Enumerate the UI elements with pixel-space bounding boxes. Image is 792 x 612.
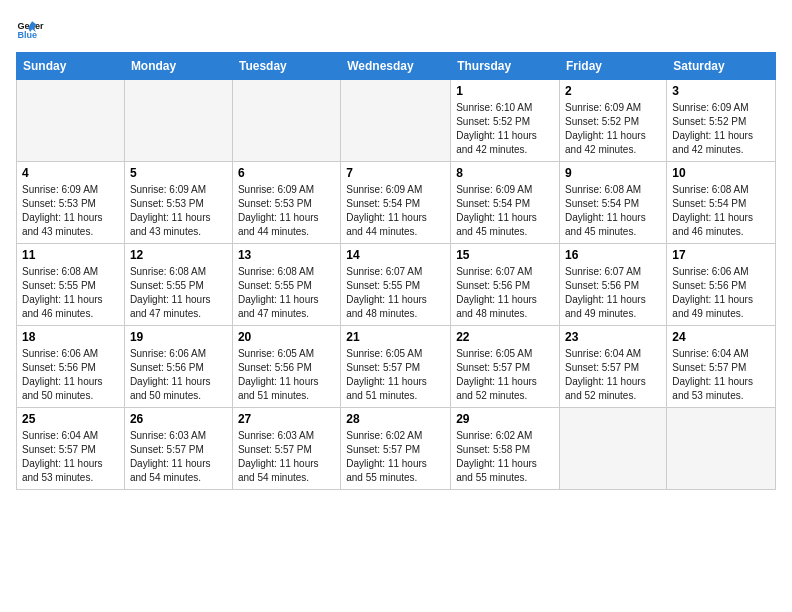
day-number: 17	[672, 248, 770, 262]
calendar-week-5: 25Sunrise: 6:04 AM Sunset: 5:57 PM Dayli…	[17, 408, 776, 490]
calendar-cell: 8Sunrise: 6:09 AM Sunset: 5:54 PM Daylig…	[451, 162, 560, 244]
calendar-cell: 1Sunrise: 6:10 AM Sunset: 5:52 PM Daylig…	[451, 80, 560, 162]
calendar-week-1: 1Sunrise: 6:10 AM Sunset: 5:52 PM Daylig…	[17, 80, 776, 162]
calendar-cell: 22Sunrise: 6:05 AM Sunset: 5:57 PM Dayli…	[451, 326, 560, 408]
calendar-cell: 23Sunrise: 6:04 AM Sunset: 5:57 PM Dayli…	[560, 326, 667, 408]
calendar-cell: 29Sunrise: 6:02 AM Sunset: 5:58 PM Dayli…	[451, 408, 560, 490]
calendar-cell: 6Sunrise: 6:09 AM Sunset: 5:53 PM Daylig…	[232, 162, 340, 244]
day-info: Sunrise: 6:06 AM Sunset: 5:56 PM Dayligh…	[22, 347, 119, 403]
calendar-cell: 11Sunrise: 6:08 AM Sunset: 5:55 PM Dayli…	[17, 244, 125, 326]
day-info: Sunrise: 6:04 AM Sunset: 5:57 PM Dayligh…	[672, 347, 770, 403]
calendar-cell	[560, 408, 667, 490]
day-number: 29	[456, 412, 554, 426]
day-info: Sunrise: 6:07 AM Sunset: 5:56 PM Dayligh…	[565, 265, 661, 321]
header-monday: Monday	[124, 53, 232, 80]
calendar-cell: 18Sunrise: 6:06 AM Sunset: 5:56 PM Dayli…	[17, 326, 125, 408]
day-number: 15	[456, 248, 554, 262]
calendar-week-2: 4Sunrise: 6:09 AM Sunset: 5:53 PM Daylig…	[17, 162, 776, 244]
day-number: 14	[346, 248, 445, 262]
calendar-cell: 20Sunrise: 6:05 AM Sunset: 5:56 PM Dayli…	[232, 326, 340, 408]
day-info: Sunrise: 6:08 AM Sunset: 5:55 PM Dayligh…	[22, 265, 119, 321]
day-info: Sunrise: 6:03 AM Sunset: 5:57 PM Dayligh…	[238, 429, 335, 485]
logo: General Blue	[16, 16, 50, 44]
day-number: 18	[22, 330, 119, 344]
calendar-cell: 17Sunrise: 6:06 AM Sunset: 5:56 PM Dayli…	[667, 244, 776, 326]
calendar-cell: 7Sunrise: 6:09 AM Sunset: 5:54 PM Daylig…	[341, 162, 451, 244]
calendar-cell: 15Sunrise: 6:07 AM Sunset: 5:56 PM Dayli…	[451, 244, 560, 326]
logo-icon: General Blue	[16, 16, 44, 44]
day-number: 23	[565, 330, 661, 344]
day-number: 27	[238, 412, 335, 426]
day-number: 10	[672, 166, 770, 180]
day-info: Sunrise: 6:07 AM Sunset: 5:55 PM Dayligh…	[346, 265, 445, 321]
day-info: Sunrise: 6:09 AM Sunset: 5:52 PM Dayligh…	[565, 101, 661, 157]
calendar-table: SundayMondayTuesdayWednesdayThursdayFrid…	[16, 52, 776, 490]
calendar-cell: 25Sunrise: 6:04 AM Sunset: 5:57 PM Dayli…	[17, 408, 125, 490]
day-number: 1	[456, 84, 554, 98]
header-saturday: Saturday	[667, 53, 776, 80]
day-number: 13	[238, 248, 335, 262]
svg-text:Blue: Blue	[17, 30, 37, 40]
day-number: 2	[565, 84, 661, 98]
day-number: 19	[130, 330, 227, 344]
header: General Blue	[16, 16, 776, 44]
day-info: Sunrise: 6:04 AM Sunset: 5:57 PM Dayligh…	[565, 347, 661, 403]
calendar-week-3: 11Sunrise: 6:08 AM Sunset: 5:55 PM Dayli…	[17, 244, 776, 326]
day-info: Sunrise: 6:02 AM Sunset: 5:57 PM Dayligh…	[346, 429, 445, 485]
day-number: 8	[456, 166, 554, 180]
day-info: Sunrise: 6:08 AM Sunset: 5:55 PM Dayligh…	[130, 265, 227, 321]
calendar-cell: 2Sunrise: 6:09 AM Sunset: 5:52 PM Daylig…	[560, 80, 667, 162]
calendar-cell	[341, 80, 451, 162]
day-info: Sunrise: 6:09 AM Sunset: 5:53 PM Dayligh…	[130, 183, 227, 239]
calendar-cell: 16Sunrise: 6:07 AM Sunset: 5:56 PM Dayli…	[560, 244, 667, 326]
day-info: Sunrise: 6:05 AM Sunset: 5:56 PM Dayligh…	[238, 347, 335, 403]
day-info: Sunrise: 6:05 AM Sunset: 5:57 PM Dayligh…	[456, 347, 554, 403]
calendar-cell: 12Sunrise: 6:08 AM Sunset: 5:55 PM Dayli…	[124, 244, 232, 326]
header-thursday: Thursday	[451, 53, 560, 80]
day-number: 4	[22, 166, 119, 180]
header-friday: Friday	[560, 53, 667, 80]
calendar-cell: 13Sunrise: 6:08 AM Sunset: 5:55 PM Dayli…	[232, 244, 340, 326]
day-number: 22	[456, 330, 554, 344]
calendar-cell: 27Sunrise: 6:03 AM Sunset: 5:57 PM Dayli…	[232, 408, 340, 490]
calendar-cell: 19Sunrise: 6:06 AM Sunset: 5:56 PM Dayli…	[124, 326, 232, 408]
day-info: Sunrise: 6:03 AM Sunset: 5:57 PM Dayligh…	[130, 429, 227, 485]
day-number: 6	[238, 166, 335, 180]
day-info: Sunrise: 6:06 AM Sunset: 5:56 PM Dayligh…	[130, 347, 227, 403]
day-number: 25	[22, 412, 119, 426]
calendar-cell: 4Sunrise: 6:09 AM Sunset: 5:53 PM Daylig…	[17, 162, 125, 244]
day-number: 21	[346, 330, 445, 344]
day-info: Sunrise: 6:08 AM Sunset: 5:55 PM Dayligh…	[238, 265, 335, 321]
calendar-cell: 14Sunrise: 6:07 AM Sunset: 5:55 PM Dayli…	[341, 244, 451, 326]
day-info: Sunrise: 6:09 AM Sunset: 5:53 PM Dayligh…	[22, 183, 119, 239]
calendar-cell: 21Sunrise: 6:05 AM Sunset: 5:57 PM Dayli…	[341, 326, 451, 408]
day-info: Sunrise: 6:07 AM Sunset: 5:56 PM Dayligh…	[456, 265, 554, 321]
day-number: 7	[346, 166, 445, 180]
header-sunday: Sunday	[17, 53, 125, 80]
day-number: 9	[565, 166, 661, 180]
day-info: Sunrise: 6:04 AM Sunset: 5:57 PM Dayligh…	[22, 429, 119, 485]
calendar-cell: 10Sunrise: 6:08 AM Sunset: 5:54 PM Dayli…	[667, 162, 776, 244]
day-number: 12	[130, 248, 227, 262]
calendar-week-4: 18Sunrise: 6:06 AM Sunset: 5:56 PM Dayli…	[17, 326, 776, 408]
day-info: Sunrise: 6:06 AM Sunset: 5:56 PM Dayligh…	[672, 265, 770, 321]
calendar-cell	[17, 80, 125, 162]
calendar-cell	[232, 80, 340, 162]
day-number: 16	[565, 248, 661, 262]
calendar-cell: 26Sunrise: 6:03 AM Sunset: 5:57 PM Dayli…	[124, 408, 232, 490]
calendar-cell: 3Sunrise: 6:09 AM Sunset: 5:52 PM Daylig…	[667, 80, 776, 162]
calendar-cell: 9Sunrise: 6:08 AM Sunset: 5:54 PM Daylig…	[560, 162, 667, 244]
day-info: Sunrise: 6:08 AM Sunset: 5:54 PM Dayligh…	[672, 183, 770, 239]
calendar-header-row: SundayMondayTuesdayWednesdayThursdayFrid…	[17, 53, 776, 80]
calendar-cell: 5Sunrise: 6:09 AM Sunset: 5:53 PM Daylig…	[124, 162, 232, 244]
day-info: Sunrise: 6:08 AM Sunset: 5:54 PM Dayligh…	[565, 183, 661, 239]
day-info: Sunrise: 6:09 AM Sunset: 5:53 PM Dayligh…	[238, 183, 335, 239]
calendar-cell	[667, 408, 776, 490]
calendar-cell: 24Sunrise: 6:04 AM Sunset: 5:57 PM Dayli…	[667, 326, 776, 408]
day-info: Sunrise: 6:09 AM Sunset: 5:52 PM Dayligh…	[672, 101, 770, 157]
day-info: Sunrise: 6:09 AM Sunset: 5:54 PM Dayligh…	[346, 183, 445, 239]
calendar-cell	[124, 80, 232, 162]
day-number: 11	[22, 248, 119, 262]
day-number: 5	[130, 166, 227, 180]
day-info: Sunrise: 6:10 AM Sunset: 5:52 PM Dayligh…	[456, 101, 554, 157]
